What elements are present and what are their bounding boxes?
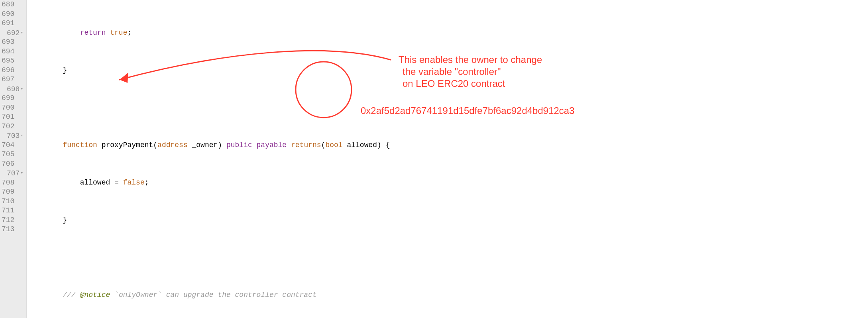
line-number: 694	[2, 47, 26, 57]
line-number: 711	[2, 206, 26, 216]
line-number: 697	[2, 75, 26, 84]
fold-toggle-icon[interactable]: ▾	[20, 84, 23, 94]
line-number[interactable]: 692▾	[2, 28, 26, 38]
code-line[interactable]: allowed = false;	[28, 178, 868, 188]
keyword-returns: returns	[291, 141, 321, 149]
code-line[interactable]: return true;	[28, 28, 868, 38]
code-line[interactable]	[28, 253, 868, 263]
code-line[interactable]: function proxyPayment(address _owner) pu…	[28, 141, 868, 150]
code-line[interactable]: }	[28, 66, 868, 75]
code-editor[interactable]: 689 690 691 692▾ 693 694 695 696 697 698…	[0, 0, 868, 318]
line-number: 712	[2, 216, 26, 225]
line-number: 713	[2, 225, 26, 234]
line-number: 702	[2, 122, 26, 132]
line-number: 699	[2, 94, 26, 103]
keyword-payable: payable	[257, 141, 287, 149]
line-number: 706	[2, 159, 26, 169]
line-number: 691	[2, 19, 26, 28]
line-number: 709	[2, 187, 26, 197]
fold-toggle-icon[interactable]: ▾	[20, 169, 23, 178]
keyword-function: function	[63, 141, 97, 149]
literal-false: false	[123, 179, 145, 186]
type-address: address	[157, 141, 188, 149]
line-number[interactable]: 698▾	[2, 84, 26, 94]
literal-true: true	[110, 29, 127, 37]
code-area[interactable]: return true; } function proxyPayment(add…	[27, 0, 868, 318]
line-number: 689	[2, 0, 26, 10]
comment: /// @notice `onlyOwner` can upgrade the …	[63, 291, 316, 299]
keyword-public: public	[226, 141, 252, 149]
line-number[interactable]: 703▾	[2, 131, 26, 141]
code-line[interactable]	[28, 103, 868, 113]
line-number: 690	[2, 10, 26, 19]
line-number: 696	[2, 66, 26, 75]
line-number: 705	[2, 150, 26, 159]
line-number: 708	[2, 178, 26, 188]
fold-toggle-icon[interactable]: ▾	[20, 28, 23, 38]
code-line[interactable]: }	[28, 216, 868, 225]
line-number: 695	[2, 56, 26, 66]
fold-toggle-icon[interactable]: ▾	[20, 131, 23, 141]
line-number: 704	[2, 141, 26, 150]
line-number: 701	[2, 112, 26, 122]
line-number: 693	[2, 37, 26, 47]
line-number-gutter: 689 690 691 692▾ 693 694 695 696 697 698…	[0, 0, 27, 318]
type-bool: bool	[325, 141, 342, 149]
line-number: 700	[2, 103, 26, 113]
line-number: 710	[2, 197, 26, 206]
keyword-return: return	[80, 29, 106, 37]
line-number[interactable]: 707▾	[2, 169, 26, 178]
code-line[interactable]: /// @notice `onlyOwner` can upgrade the …	[28, 291, 868, 300]
